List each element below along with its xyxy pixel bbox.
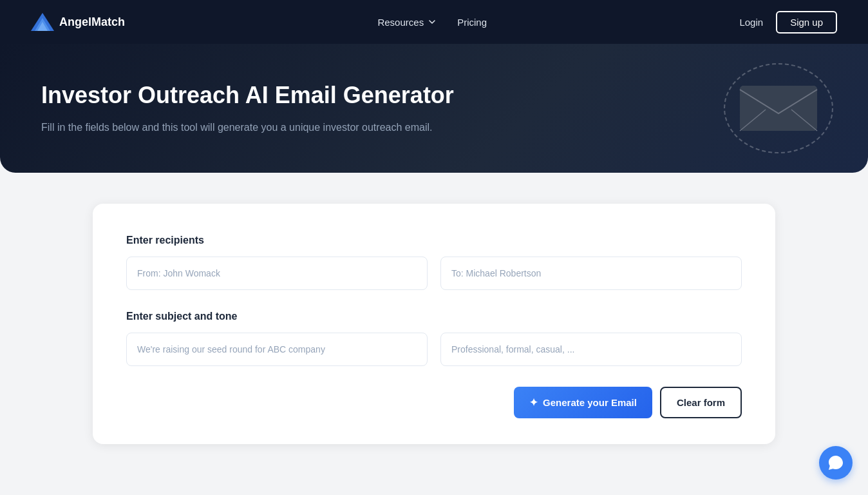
login-button[interactable]: Login: [739, 17, 763, 28]
form-card: Enter recipients Enter subject and tone …: [93, 204, 775, 444]
generate-button-label: Generate your Email: [543, 397, 637, 408]
resources-nav-item[interactable]: Resources: [377, 17, 437, 28]
to-input[interactable]: [440, 257, 742, 290]
brand-name: AngelMatch: [59, 15, 125, 29]
subject-section-label: Enter subject and tone: [126, 311, 742, 322]
tone-input[interactable]: [440, 333, 742, 366]
svg-rect-4: [740, 86, 817, 131]
signup-button[interactable]: Sign up: [776, 11, 837, 34]
subject-row: [126, 333, 742, 366]
chat-icon: [827, 454, 844, 471]
navbar-right: Login Sign up: [739, 11, 837, 34]
envelope-icon: [737, 76, 820, 134]
hero-image: [737, 76, 827, 141]
from-input[interactable]: [126, 257, 428, 290]
navbar-center: Resources Pricing: [377, 17, 487, 28]
navbar: AngelMatch Resources Pricing Login Sign …: [0, 0, 868, 44]
recipients-section-label: Enter recipients: [126, 235, 742, 246]
resources-label: Resources: [377, 17, 424, 28]
sparkle-icon: ✦: [529, 396, 538, 409]
brand-icon: [31, 13, 54, 31]
hero-section: Investor Outreach AI Email Generator Fil…: [0, 44, 868, 173]
hero-subtitle: Fill in the fields below and this tool w…: [41, 120, 454, 135]
pricing-nav-item[interactable]: Pricing: [457, 17, 487, 28]
brand-logo[interactable]: AngelMatch: [31, 13, 125, 31]
main-content: Enter recipients Enter subject and tone …: [0, 173, 868, 475]
chevron-down-icon: [428, 17, 437, 26]
hero-text: Investor Outreach AI Email Generator Fil…: [41, 81, 454, 135]
action-row: ✦ Generate your Email Clear form: [126, 387, 742, 418]
recipients-row: [126, 257, 742, 290]
subject-input[interactable]: [126, 333, 428, 366]
hero-title: Investor Outreach AI Email Generator: [41, 81, 454, 109]
pricing-label: Pricing: [457, 17, 487, 28]
clear-button[interactable]: Clear form: [660, 387, 742, 418]
chat-bubble[interactable]: [819, 446, 853, 480]
generate-button[interactable]: ✦ Generate your Email: [514, 387, 652, 418]
